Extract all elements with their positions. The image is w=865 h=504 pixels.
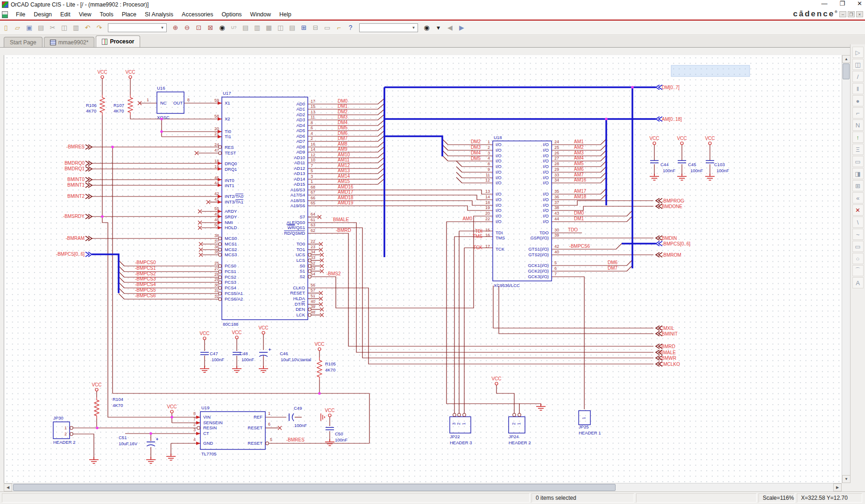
- tab-mmae9902-[interactable]: mmae9902*: [44, 37, 95, 47]
- svg-text:-BMPCS4: -BMPCS4: [135, 282, 156, 287]
- window-close-button[interactable]: ✕: [857, 0, 862, 7]
- bom-icon[interactable]: ▤: [287, 22, 298, 33]
- place-power-tool-icon[interactable]: ↑: [852, 132, 864, 143]
- tab-start-page[interactable]: Start Page: [4, 37, 43, 47]
- menu-item-si-analysis[interactable]: SI Analysis: [141, 10, 177, 19]
- place-line-tool-icon[interactable]: \: [852, 217, 864, 228]
- svg-text:29: 29: [554, 167, 559, 172]
- window-maximize-button[interactable]: ❐: [839, 0, 845, 7]
- mdi-restore-button[interactable]: ❐: [848, 11, 855, 17]
- svg-text:VCC: VCC: [325, 408, 334, 413]
- horizontal-scroll-thumb[interactable]: [13, 484, 616, 491]
- svg-text:3: 3: [193, 427, 196, 432]
- zoom-out-icon[interactable]: ⊖: [182, 22, 192, 33]
- svg-text:X1: X1: [225, 100, 230, 105]
- hierarchy-icon[interactable]: ⌐: [333, 22, 344, 33]
- back-page-icon[interactable]: ◀: [445, 22, 455, 33]
- place-no-connect-tool-icon[interactable]: ✕: [852, 204, 864, 216]
- annotate-eye-icon[interactable]: ◉: [217, 22, 227, 33]
- svg-text:DRQ0: DRQ0: [225, 161, 237, 166]
- svg-text:1: 1: [268, 411, 270, 416]
- select-tool-icon[interactable]: ▷: [852, 47, 864, 58]
- snap-to-grid-icon[interactable]: ⊞: [298, 22, 309, 33]
- print-icon[interactable]: ▤: [35, 22, 46, 33]
- menu-item-file[interactable]: File: [12, 10, 29, 19]
- cross-reference-icon[interactable]: ◫: [275, 22, 286, 33]
- place-wire-tool-icon[interactable]: /: [852, 71, 864, 82]
- undo-icon[interactable]: ↶: [82, 22, 93, 33]
- search-binoculars-icon[interactable]: ◉: [421, 22, 432, 33]
- place-junction-tool-icon[interactable]: ●: [852, 95, 864, 106]
- menu-item-accessories[interactable]: Accessories: [177, 10, 217, 19]
- horizontal-scrollbar[interactable]: ◀ ▶: [4, 483, 842, 491]
- menu-item-edit[interactable]: Edit: [56, 10, 75, 19]
- netlist-icon[interactable]: ▦: [263, 22, 274, 33]
- place-ellipse-tool-icon[interactable]: ○: [852, 253, 864, 264]
- place-ground-tool-icon[interactable]: Ξ: [852, 144, 864, 155]
- part-search-combobox[interactable]: ▼: [108, 23, 167, 32]
- place-hierarchical-block-tool-icon[interactable]: ▭: [852, 156, 864, 167]
- place-bus-entry-tool-icon[interactable]: ⌐: [852, 107, 864, 119]
- zoom-area-icon[interactable]: ⊡: [193, 22, 204, 33]
- zoom-in-icon[interactable]: ⊕: [170, 22, 181, 33]
- copy-icon[interactable]: ◫: [59, 22, 70, 33]
- cut-icon[interactable]: ✂: [47, 22, 58, 33]
- menu-item-window[interactable]: Window: [246, 10, 275, 19]
- mdi-minimize-button[interactable]: –: [839, 11, 846, 17]
- svg-text:4: 4: [311, 131, 313, 136]
- svg-text:S7: S7: [299, 214, 305, 219]
- menu-item-help[interactable]: Help: [275, 10, 296, 19]
- place-polyline-tool-icon[interactable]: ~: [852, 229, 864, 240]
- place-pin-tool-icon[interactable]: ⊞: [852, 180, 864, 191]
- area-select-icon[interactable]: ⊟: [310, 22, 321, 33]
- scroll-down-arrow[interactable]: ▼: [842, 475, 851, 483]
- new-document-icon[interactable]: ▯: [0, 22, 11, 33]
- combo-dropdown-icon[interactable]: ▼: [159, 24, 166, 31]
- tab-procesor[interactable]: Procesor: [96, 35, 140, 47]
- place-off-page-connector-tool-icon[interactable]: «: [852, 192, 864, 203]
- place-text-tool-icon[interactable]: A: [852, 277, 864, 288]
- svg-text:100nF: 100nF: [294, 423, 307, 428]
- svg-text:BMINT2: BMINT2: [67, 194, 85, 199]
- svg-text:3: 3: [452, 422, 456, 425]
- place-arc-tool-icon[interactable]: ⌒: [852, 265, 864, 276]
- vertical-scrollbar[interactable]: ▲ ▼: [842, 55, 850, 483]
- combo-dropdown-icon[interactable]: ▼: [410, 24, 417, 31]
- search-dropdown-icon[interactable]: ▾: [433, 22, 444, 33]
- back-annotate-icon[interactable]: ▤: [240, 22, 251, 33]
- zoom-all-icon[interactable]: ⊠: [205, 22, 216, 33]
- menu-item-design[interactable]: Design: [29, 10, 56, 19]
- menu-item-view[interactable]: View: [75, 10, 96, 19]
- svg-text:DRQ1: DRQ1: [225, 167, 237, 172]
- svg-text:56: 56: [311, 283, 315, 287]
- project-manager-icon[interactable]: ▭: [322, 22, 333, 33]
- part-reference-icon[interactable]: U?: [228, 22, 239, 33]
- scroll-up-arrow[interactable]: ▲: [842, 55, 851, 63]
- svg-text:AD3: AD3: [297, 117, 305, 122]
- open-document-icon[interactable]: ▱: [12, 22, 23, 33]
- save-document-icon[interactable]: ▣: [24, 22, 35, 33]
- scroll-right-arrow[interactable]: ▶: [833, 483, 842, 491]
- schematic-canvas[interactable]: U16NCOUTXOSCU1780C188U18XC9536/LCCU19TL7…: [4, 55, 842, 483]
- find-combobox[interactable]: ▼: [359, 23, 418, 32]
- scroll-left-arrow[interactable]: ◀: [4, 483, 12, 491]
- place-part-tool-icon[interactable]: ◫: [852, 59, 864, 70]
- paste-icon[interactable]: ▥: [71, 22, 81, 33]
- vertical-scroll-thumb[interactable]: [843, 63, 850, 79]
- window-minimize-button[interactable]: —: [821, 0, 827, 7]
- svg-text:RESIN: RESIN: [203, 425, 217, 430]
- help-icon[interactable]: ?: [345, 22, 356, 33]
- place-bus-tool-icon[interactable]: ‖: [852, 83, 864, 94]
- place-rectangle-tool-icon[interactable]: ▭: [852, 241, 864, 252]
- place-port-tool-icon[interactable]: ◨: [852, 168, 864, 179]
- place-net-alias-tool-icon[interactable]: N: [852, 119, 864, 131]
- next-page-icon[interactable]: ▶: [456, 22, 467, 33]
- menu-item-place[interactable]: Place: [118, 10, 141, 19]
- redo-icon[interactable]: ↷: [94, 22, 105, 33]
- svg-text:6: 6: [554, 266, 557, 271]
- tab-label: Procesor: [110, 38, 134, 45]
- mdi-close-button[interactable]: ×: [856, 11, 863, 17]
- menu-item-options[interactable]: Options: [218, 10, 246, 19]
- menu-item-tools[interactable]: Tools: [96, 10, 118, 19]
- design-rules-check-icon[interactable]: ▥: [252, 22, 262, 33]
